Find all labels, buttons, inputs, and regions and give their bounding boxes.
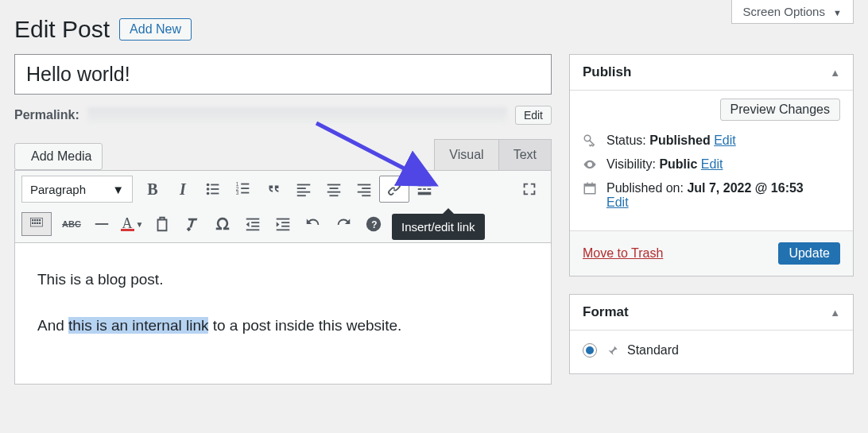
svg-rect-40	[246, 218, 260, 220]
add-media-label: Add Media	[31, 149, 92, 164]
svg-rect-32	[37, 219, 38, 221]
insert-link-button[interactable]	[379, 176, 409, 203]
key-icon	[583, 133, 597, 148]
svg-rect-14	[297, 191, 311, 193]
svg-text:T: T	[160, 222, 164, 230]
edit-visibility-link[interactable]: Edit	[701, 157, 723, 171]
add-new-button[interactable]: Add New	[119, 18, 192, 41]
edit-date-link[interactable]: Edit	[606, 195, 629, 209]
pin-icon	[605, 343, 619, 358]
blockquote-button[interactable]	[258, 176, 289, 203]
svg-point-0	[207, 184, 210, 187]
content-paragraph: And this is an internal link to a post i…	[37, 313, 529, 338]
update-button[interactable]: Update	[778, 242, 840, 265]
status-text: Status: Published Edit	[606, 133, 736, 148]
svg-rect-5	[211, 193, 219, 195]
align-left-button[interactable]	[289, 176, 319, 203]
move-to-trash-link[interactable]: Move to Trash	[583, 246, 663, 261]
svg-rect-16	[327, 184, 341, 186]
svg-rect-35	[34, 222, 36, 224]
svg-rect-19	[330, 195, 339, 196]
calendar-icon	[583, 181, 597, 195]
svg-rect-26	[423, 188, 426, 190]
svg-rect-41	[251, 222, 259, 223]
screen-options-label: Screen Options	[743, 5, 825, 18]
italic-button[interactable]: I	[168, 176, 198, 203]
bold-button[interactable]: B	[138, 176, 168, 203]
content-paragraph: This is a blog post.	[37, 267, 529, 292]
svg-rect-38	[95, 223, 109, 225]
edit-permalink-button[interactable]: Edit	[515, 106, 552, 125]
format-box: Format ▲ Standard	[569, 294, 854, 374]
paste-text-button[interactable]: T	[147, 211, 177, 238]
svg-rect-47	[277, 229, 290, 230]
svg-rect-43	[246, 229, 260, 230]
align-right-button[interactable]	[349, 176, 379, 203]
svg-rect-15	[297, 195, 306, 196]
svg-rect-54	[587, 183, 588, 186]
svg-rect-24	[418, 184, 432, 187]
numbered-list-button[interactable]: 123	[228, 176, 258, 203]
svg-rect-30	[32, 219, 33, 221]
svg-rect-27	[428, 188, 432, 190]
collapse-icon[interactable]: ▲	[830, 307, 840, 319]
svg-rect-25	[418, 188, 422, 190]
svg-text:?: ?	[371, 219, 377, 230]
permalink-url	[87, 107, 507, 123]
editor-tab-text[interactable]: Text	[498, 139, 552, 170]
svg-rect-1	[211, 184, 219, 186]
align-center-button[interactable]	[319, 176, 349, 203]
svg-rect-37	[39, 222, 41, 224]
svg-rect-17	[330, 188, 339, 189]
preview-changes-button[interactable]: Preview Changes	[720, 99, 840, 121]
format-title: Format	[583, 304, 629, 320]
horizontal-rule-button[interactable]	[87, 211, 117, 238]
fullscreen-button[interactable]	[514, 176, 544, 203]
post-title-input[interactable]	[14, 54, 552, 95]
selected-text: this is an internal link	[68, 317, 208, 334]
add-media-button[interactable]: Add Media	[14, 143, 103, 170]
help-button[interactable]: ?	[358, 211, 389, 238]
collapse-icon[interactable]: ▲	[830, 67, 840, 79]
svg-rect-21	[362, 188, 370, 189]
format-standard-radio[interactable]	[583, 343, 597, 358]
outdent-button[interactable]	[238, 211, 268, 238]
publish-title: Publish	[583, 64, 631, 80]
edit-status-link[interactable]: Edit	[714, 133, 736, 147]
svg-rect-44	[277, 218, 290, 220]
toolbar-toggle-button[interactable]	[21, 212, 52, 236]
svg-rect-20	[358, 184, 371, 186]
read-more-button[interactable]	[409, 176, 440, 203]
redo-button[interactable]	[328, 211, 358, 238]
format-standard-label: Standard	[627, 343, 679, 358]
svg-rect-33	[39, 219, 41, 221]
indent-button[interactable]	[268, 211, 298, 238]
undo-button[interactable]	[298, 211, 328, 238]
clear-formatting-button[interactable]	[177, 211, 207, 238]
svg-rect-55	[591, 183, 593, 186]
bullet-list-button[interactable]	[198, 176, 228, 203]
visibility-text: Visibility: Public Edit	[606, 157, 723, 172]
editor-content[interactable]: This is a blog post. And this is an inte…	[14, 243, 552, 385]
svg-rect-11	[241, 192, 249, 194]
svg-point-4	[207, 192, 210, 195]
format-select[interactable]: Paragraph ▼	[21, 176, 133, 203]
strikethrough-button[interactable]: ABC	[56, 211, 87, 238]
text-color-button[interactable]: A▼	[117, 211, 147, 238]
page-title: Edit Post	[14, 16, 110, 43]
chevron-down-icon: ▼	[112, 183, 124, 196]
permalink-label: Permalink:	[14, 108, 79, 122]
svg-rect-31	[34, 219, 36, 221]
svg-rect-23	[362, 195, 370, 196]
svg-rect-46	[281, 226, 289, 227]
svg-rect-13	[297, 188, 306, 189]
eye-icon	[583, 157, 597, 172]
svg-rect-36	[37, 222, 38, 224]
special-character-button[interactable]	[207, 211, 238, 238]
screen-options-toggle[interactable]: Screen Options ▼	[731, 0, 854, 24]
svg-rect-45	[281, 222, 289, 223]
svg-point-2	[207, 188, 210, 191]
insert-link-tooltip: Insert/edit link	[392, 214, 485, 240]
chevron-down-icon: ▼	[833, 8, 842, 17]
editor-tab-visual[interactable]: Visual	[434, 139, 498, 170]
